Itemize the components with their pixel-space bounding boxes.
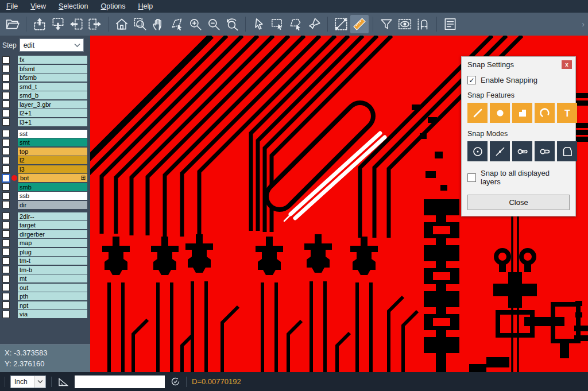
layer-name[interactable]: 2dir-- — [18, 212, 87, 220]
layer-visibility-checkbox[interactable] — [2, 100, 10, 108]
menu-file[interactable]: File — [0, 1, 24, 11]
layer-visibility-checkbox[interactable] — [2, 248, 10, 255]
layer-visibility-checkbox[interactable] — [2, 301, 10, 309]
pcb-canvas[interactable]: Snap Settings x ✓ Enable Snapping Snap F… — [90, 36, 588, 372]
snap-feature-arc-button[interactable] — [535, 103, 555, 123]
open-file-button[interactable] — [3, 15, 22, 33]
show-hide-button[interactable] — [396, 15, 414, 33]
layer-name[interactable]: mt — [18, 274, 87, 282]
layer-visibility-checkbox[interactable] — [2, 139, 10, 146]
layer-name[interactable]: target — [18, 221, 87, 229]
layer-visibility-checkbox[interactable] — [2, 311, 10, 318]
layer-name[interactable]: layer_3.gbr — [18, 100, 87, 109]
layer-visibility-checkbox[interactable] — [2, 183, 10, 191]
enable-snapping-checkbox[interactable]: ✓ — [467, 76, 476, 84]
snap-mode-pad-exit-button[interactable] — [535, 141, 555, 161]
layer-visibility-checkbox[interactable] — [2, 157, 10, 164]
snap-mode-corner-button[interactable] — [557, 141, 577, 161]
layer-visibility-checkbox[interactable] — [2, 293, 10, 300]
select-rectangle-button[interactable] — [268, 15, 287, 33]
layer-visibility-checkbox[interactable] — [2, 275, 10, 282]
layer-name[interactable]: bfsmt — [18, 65, 87, 73]
layer-visibility-checkbox[interactable] — [2, 174, 10, 183]
layer-visibility-checkbox[interactable] — [2, 92, 10, 99]
pan-hand-button[interactable] — [149, 15, 168, 33]
zoom-previous-button[interactable] — [223, 15, 241, 33]
layer-name[interactable]: dirgerber — [18, 230, 87, 238]
snap-mode-point-on-line-button[interactable] — [490, 141, 510, 161]
move-vertex-button[interactable] — [168, 15, 186, 33]
pan-down-button[interactable] — [49, 15, 67, 33]
layer-name[interactable]: bot⊞ — [18, 174, 87, 182]
layer-name[interactable]: smd_t — [18, 83, 87, 91]
paint-brush-button[interactable] — [305, 15, 323, 33]
step-select[interactable]: edit — [20, 38, 84, 52]
dialog-title-bar[interactable]: Snap Settings x — [462, 57, 575, 70]
snap-mode-pad-entry-button[interactable] — [512, 141, 532, 161]
layer-visibility-checkbox[interactable] — [2, 201, 10, 208]
pan-left-button[interactable] — [67, 15, 86, 33]
layer-name[interactable]: pth — [18, 292, 87, 300]
layer-visibility-checkbox[interactable] — [2, 222, 10, 229]
layer-name[interactable]: tm-b — [18, 266, 87, 274]
layer-name[interactable]: sst — [18, 130, 87, 138]
layer-name[interactable]: smb — [18, 183, 87, 191]
layer-name[interactable]: smd_b — [18, 91, 87, 99]
layer-visibility-checkbox[interactable] — [2, 65, 10, 72]
layer-visibility-checkbox[interactable] — [2, 130, 10, 137]
measure-ruler-button[interactable] — [350, 15, 369, 33]
layer-name[interactable]: bfsmb — [18, 73, 87, 82]
report-list-button[interactable] — [441, 15, 459, 33]
snap-all-layers-checkbox[interactable] — [467, 173, 476, 182]
layer-visibility-checkbox[interactable] — [2, 212, 10, 220]
layer-name[interactable]: l3+1 — [18, 118, 87, 126]
snap-feature-text-button[interactable]: T — [557, 103, 577, 123]
menu-view[interactable]: View — [24, 1, 52, 11]
sync-check-icon[interactable] — [170, 376, 181, 387]
layer-visibility-checkbox[interactable] — [2, 284, 10, 291]
zoom-window-button[interactable] — [131, 15, 149, 33]
layer-visibility-checkbox[interactable] — [2, 165, 10, 173]
snap-feature-pad-button[interactable] — [490, 103, 510, 123]
menu-selection[interactable]: Selection — [52, 1, 94, 11]
layer-visibility-checkbox[interactable] — [2, 56, 10, 64]
layer-name[interactable]: plug — [18, 248, 87, 256]
dialog-close-button[interactable]: x — [562, 60, 572, 69]
layer-name[interactable]: out — [18, 284, 87, 292]
layer-name[interactable]: l2+1 — [18, 109, 87, 117]
unit-select[interactable]: Inch — [10, 375, 46, 388]
snap-mode-center-button[interactable] — [467, 141, 488, 161]
layer-visibility-checkbox[interactable] — [2, 118, 10, 126]
layer-name[interactable]: smt — [18, 138, 87, 146]
snap-feature-line-button[interactable] — [467, 103, 488, 123]
measure-input[interactable] — [75, 375, 165, 388]
measure-point-to-point-button[interactable] — [332, 15, 350, 33]
layer-name[interactable]: l3 — [18, 165, 87, 173]
filter-button[interactable] — [377, 15, 396, 33]
toolbar-overflow-chevron[interactable]: › — [582, 20, 585, 29]
layer-name[interactable]: map — [18, 239, 87, 247]
pan-right-button[interactable] — [86, 15, 104, 33]
layer-name[interactable]: fx — [18, 56, 87, 64]
layer-visibility-checkbox[interactable] — [2, 230, 10, 238]
layer-name[interactable]: via — [18, 310, 87, 318]
layer-name[interactable]: l2 — [18, 156, 87, 164]
angle-measure-icon[interactable] — [57, 375, 69, 388]
select-arrow-button[interactable] — [250, 15, 268, 33]
menu-options[interactable]: Options — [94, 1, 131, 11]
zoom-home-button[interactable] — [113, 15, 131, 33]
layer-visibility-checkbox[interactable] — [2, 257, 10, 265]
menu-help[interactable]: Help — [132, 1, 160, 11]
snap-feature-surface-button[interactable] — [512, 103, 532, 123]
layer-visibility-checkbox[interactable] — [2, 83, 10, 90]
layer-visibility-checkbox[interactable] — [2, 74, 10, 82]
zoom-out-button[interactable] — [204, 15, 223, 33]
layer-name[interactable]: ssb — [18, 192, 87, 200]
select-polygon-button[interactable] — [287, 15, 305, 33]
layer-visibility-checkbox[interactable] — [2, 192, 10, 200]
layer-visibility-checkbox[interactable] — [2, 110, 10, 117]
dialog-close-action-button[interactable]: Close — [467, 195, 570, 210]
layer-visibility-checkbox[interactable] — [2, 239, 10, 247]
layer-visibility-checkbox[interactable] — [2, 148, 10, 155]
layer-name[interactable]: top — [18, 148, 87, 156]
